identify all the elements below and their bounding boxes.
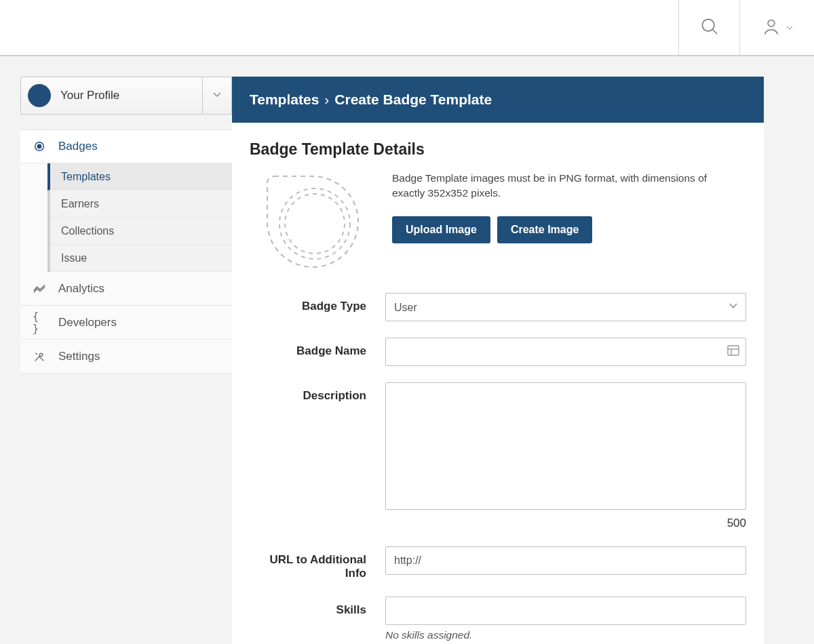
user-icon <box>762 16 781 39</box>
svg-point-9 <box>279 188 350 259</box>
profile-dropdown-toggle[interactable] <box>202 77 232 115</box>
url-input[interactable] <box>385 546 746 575</box>
description-label: Description <box>250 382 385 403</box>
skills-label: Skills <box>250 597 385 617</box>
nav-item-label: Analytics <box>58 282 104 296</box>
subnav-item-issue[interactable]: Issue <box>50 245 232 272</box>
main-content: Templates › Create Badge Template Badge … <box>232 77 764 644</box>
profile-button[interactable]: Your Profile <box>20 77 202 115</box>
profile-label: Your Profile <box>60 89 119 102</box>
description-textarea[interactable] <box>385 382 746 510</box>
nav-item-settings[interactable]: Settings <box>20 340 232 374</box>
svg-point-2 <box>768 20 775 26</box>
breadcrumb-current: Create Badge Template <box>334 92 492 108</box>
upload-hint: Badge Template images must be in PNG for… <box>392 171 711 200</box>
search-button[interactable] <box>678 0 739 55</box>
nav-item-label: Badges <box>58 140 98 153</box>
badges-subnav: Templates Earners Collections Issue <box>47 163 232 272</box>
nav-item-badges[interactable]: Badges <box>20 129 232 163</box>
badge-type-select[interactable]: User <box>385 293 746 321</box>
badge-name-label: Badge Name <box>250 338 385 358</box>
subnav-item-label: Collections <box>61 225 114 237</box>
svg-point-4 <box>37 144 41 148</box>
svg-rect-11 <box>728 346 739 355</box>
svg-point-0 <box>702 19 714 31</box>
url-label: URL to Additional Info <box>250 546 385 580</box>
chevron-down-icon <box>212 89 222 102</box>
primary-nav: Badges Templates Earners Collections Iss… <box>20 129 232 374</box>
svg-point-10 <box>285 194 345 254</box>
subnav-item-collections[interactable]: Collections <box>50 218 232 245</box>
subnav-item-label: Templates <box>61 171 111 183</box>
tools-icon <box>33 350 46 363</box>
nav-item-developers[interactable]: { } Developers <box>20 306 232 340</box>
svg-point-6 <box>39 353 43 357</box>
svg-line-8 <box>36 353 38 355</box>
skills-input[interactable] <box>385 597 746 625</box>
avatar <box>28 84 51 107</box>
nav-item-label: Settings <box>58 350 100 363</box>
search-icon <box>699 16 720 39</box>
breadcrumb: Templates › Create Badge Template <box>232 77 764 123</box>
badge-image-placeholder <box>262 171 364 273</box>
subnav-item-label: Earners <box>61 198 99 210</box>
subnav-item-label: Issue <box>61 252 87 264</box>
top-bar <box>0 0 814 56</box>
skills-helper: No skills assigned. <box>385 629 746 641</box>
description-counter: 500 <box>385 517 746 530</box>
subnav-item-earners[interactable]: Earners <box>50 190 232 218</box>
create-image-button[interactable]: Create Image <box>497 216 593 243</box>
user-menu[interactable] <box>739 0 814 55</box>
chevron-down-icon <box>786 22 793 34</box>
section-title: Badge Template Details <box>250 140 746 159</box>
badge-type-label: Badge Type <box>250 293 385 313</box>
nav-item-analytics[interactable]: Analytics <box>20 272 232 306</box>
code-icon: { } <box>33 310 46 335</box>
subnav-item-templates[interactable]: Templates <box>47 163 232 190</box>
badge-name-input[interactable] <box>385 338 746 366</box>
upload-image-button[interactable]: Upload Image <box>392 216 490 243</box>
badge-icon <box>33 140 46 153</box>
svg-line-1 <box>713 30 717 34</box>
breadcrumb-root[interactable]: Templates <box>250 92 319 108</box>
form-field-icon <box>727 345 739 359</box>
analytics-icon <box>33 284 46 294</box>
breadcrumb-separator: › <box>324 92 329 108</box>
sidebar: Your Profile Badges <box>0 77 232 374</box>
nav-item-label: Developers <box>58 316 117 329</box>
